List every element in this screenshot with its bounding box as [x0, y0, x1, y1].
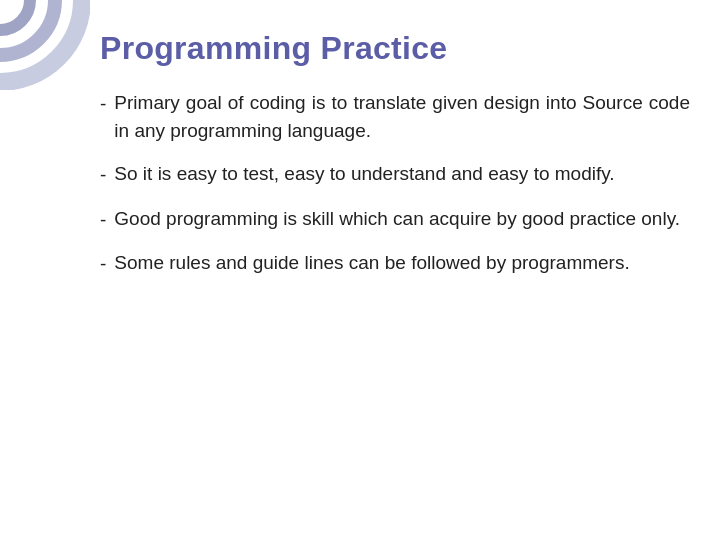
bullet-dash-4: -: [100, 250, 106, 278]
bullet-text-2: So it is easy to test, easy to understan…: [114, 160, 690, 188]
list-item: - Primary goal of coding is to translate…: [100, 89, 690, 144]
list-item: - Good programming is skill which can ac…: [100, 205, 690, 234]
slide-title: Programming Practice: [100, 30, 690, 67]
svg-point-2: [0, 0, 30, 30]
bullet-text-3: Good programming is skill which can acqu…: [114, 205, 690, 233]
bullet-text-1: Primary goal of coding is to translate g…: [114, 89, 690, 144]
bullet-dash-2: -: [100, 161, 106, 189]
list-item: - Some rules and guide lines can be foll…: [100, 249, 690, 278]
content-area: Programming Practice - Primary goal of c…: [100, 30, 690, 278]
decorative-circle: [0, 0, 90, 90]
bullet-dash-3: -: [100, 206, 106, 234]
slide-container: Programming Practice - Primary goal of c…: [0, 0, 720, 540]
bullet-text-4: Some rules and guide lines can be follow…: [114, 249, 690, 277]
list-item: - So it is easy to test, easy to underst…: [100, 160, 690, 189]
bullet-list: - Primary goal of coding is to translate…: [100, 89, 690, 278]
bullet-dash-1: -: [100, 90, 106, 118]
